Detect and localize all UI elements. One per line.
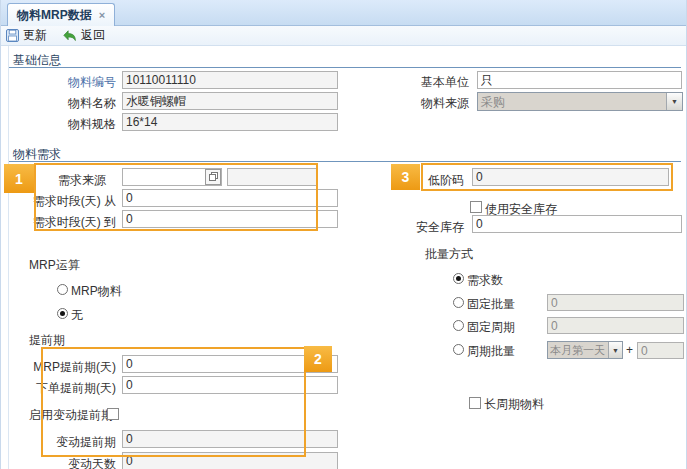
material-source-select[interactable]: 采购 ▼ xyxy=(477,92,683,111)
update-button-label: 更新 xyxy=(23,27,47,44)
material-source-value: 采购 xyxy=(478,93,666,110)
section-divider-basic-info xyxy=(9,67,681,68)
batch-mode-title: 批量方式 xyxy=(425,246,473,263)
cycle-batch-select[interactable]: 本月第一天 ▼ xyxy=(547,341,623,359)
fixed-period-radio[interactable] xyxy=(453,320,464,331)
base-unit-field[interactable] xyxy=(477,71,682,89)
material-no-field[interactable] xyxy=(122,71,338,89)
copy-squares-icon xyxy=(209,170,218,184)
material-no-label: 物料编号 xyxy=(68,74,116,91)
chevron-down-icon[interactable]: ▼ xyxy=(608,342,622,358)
demand-period-from-field[interactable] xyxy=(122,189,338,207)
safety-stock-label: 安全库存 xyxy=(416,219,464,236)
demand-qty-radio[interactable] xyxy=(453,273,464,284)
material-name-label: 物料名称 xyxy=(68,95,116,112)
fixed-period-field[interactable] xyxy=(547,317,684,334)
toolbar: 更新 返回 xyxy=(1,26,686,46)
back-arrow-icon xyxy=(63,30,77,42)
variable-days-label: 变动天数 xyxy=(68,456,116,469)
tab-title: 物料MRP数据 xyxy=(17,7,92,24)
lead-time-title: 提前期 xyxy=(29,332,65,349)
demand-period-from-label: 需求时段(天) 从 xyxy=(33,193,116,210)
safety-stock-field[interactable] xyxy=(472,215,682,233)
long-period-label[interactable]: 长周期物料 xyxy=(484,396,544,413)
chevron-down-icon[interactable]: ▼ xyxy=(666,93,682,110)
material-spec-field[interactable] xyxy=(122,113,338,131)
material-source-label: 物料来源 xyxy=(421,95,469,112)
fixed-batch-label[interactable]: 固定批量 xyxy=(467,296,515,313)
annotation-badge-3: 3 xyxy=(391,164,420,190)
material-name-field[interactable] xyxy=(122,92,338,110)
panel-left-edge xyxy=(8,46,9,469)
order-lead-field[interactable] xyxy=(122,376,338,394)
back-button[interactable]: 返回 xyxy=(63,27,105,44)
save-icon xyxy=(6,29,19,42)
back-button-label: 返回 xyxy=(81,27,105,44)
cycle-batch-radio[interactable] xyxy=(453,344,464,355)
low-level-code-label: 低阶码 xyxy=(428,172,464,189)
tab-material-mrp-data[interactable]: 物料MRP数据 × xyxy=(7,3,115,26)
base-unit-label: 基本单位 xyxy=(421,74,469,91)
use-safety-stock-checkbox[interactable] xyxy=(470,201,482,213)
tab-bar: 物料MRP数据 × xyxy=(1,0,686,26)
material-spec-label: 物料规格 xyxy=(68,116,116,133)
mrp-calc-title: MRP运算 xyxy=(29,257,80,274)
demand-period-to-field[interactable] xyxy=(122,210,338,228)
order-lead-label: 下单提前期(天) xyxy=(36,380,116,397)
section-divider-material-demand xyxy=(9,161,681,162)
cycle-batch-option: 本月第一天 xyxy=(548,342,608,358)
variable-days-field[interactable] xyxy=(122,452,338,469)
mrp-material-radio[interactable] xyxy=(57,284,68,295)
demand-period-to-label: 需求时段(天) 到 xyxy=(33,214,116,231)
annotation-badge-2: 2 xyxy=(304,346,332,372)
annotation-badge-1: 1 xyxy=(4,164,34,193)
material-mrp-window: 物料MRP数据 × 更新 返回 基础信息 物料编号 物料名称 物料规格 基本单位… xyxy=(0,0,687,469)
update-button[interactable]: 更新 xyxy=(6,27,47,44)
fixed-batch-radio[interactable] xyxy=(453,297,464,308)
close-icon[interactable]: × xyxy=(99,10,105,21)
variable-lead-enable-checkbox[interactable] xyxy=(107,408,119,420)
mrp-lead-label: MRP提前期(天) xyxy=(33,359,116,376)
low-level-code-field[interactable] xyxy=(472,168,669,186)
variable-lead-field[interactable] xyxy=(122,430,338,448)
long-period-checkbox[interactable] xyxy=(469,397,481,409)
mrp-none-label[interactable]: 无 xyxy=(71,307,83,324)
cycle-batch-label[interactable]: 周期批量 xyxy=(467,343,515,360)
demand-source-name-field[interactable] xyxy=(227,168,318,186)
mrp-material-label[interactable]: MRP物料 xyxy=(71,283,122,300)
cycle-batch-days-field[interactable] xyxy=(637,342,684,359)
variable-lead-label: 变动提前期 xyxy=(56,434,116,451)
fixed-batch-field[interactable] xyxy=(547,294,684,311)
demand-qty-label[interactable]: 需求数 xyxy=(467,272,503,289)
demand-source-lookup-button[interactable] xyxy=(205,169,221,185)
demand-source-label: 需求来源 xyxy=(58,172,106,189)
fixed-period-label[interactable]: 固定周期 xyxy=(467,319,515,336)
plus-sign: + xyxy=(626,343,633,357)
mrp-none-radio[interactable] xyxy=(57,308,68,319)
variable-lead-enable-label[interactable]: 启用变动提前期 xyxy=(29,407,113,424)
